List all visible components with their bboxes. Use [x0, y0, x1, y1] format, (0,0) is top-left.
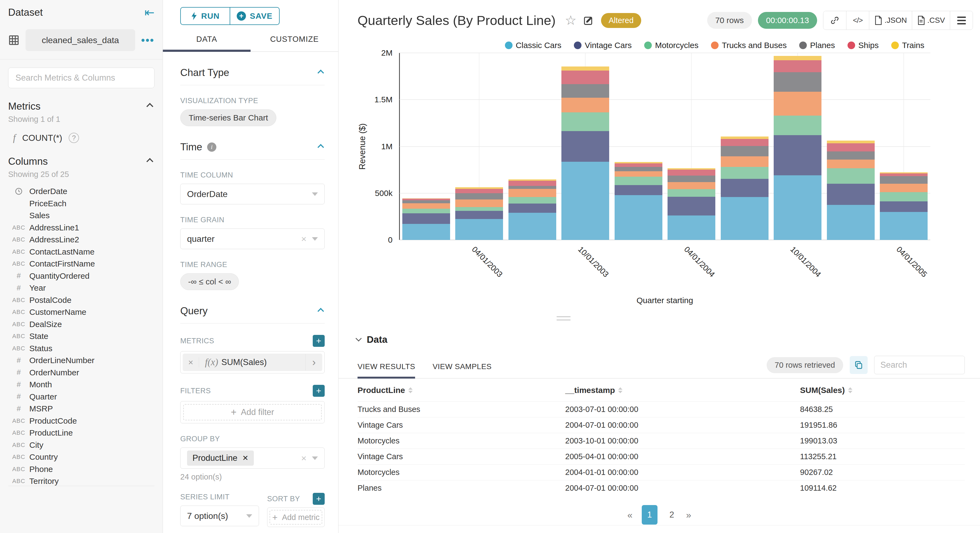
legend-item[interactable]: Classic Cars [505, 41, 562, 50]
filters-label: FILTERS [180, 387, 211, 395]
edit-title-icon[interactable] [583, 15, 594, 26]
column-item[interactable]: ABCDealSize [8, 318, 154, 331]
column-item[interactable]: ABCCity [8, 439, 154, 451]
column-item[interactable]: ABCState [8, 330, 154, 342]
legend-item[interactable]: Motorcycles [644, 41, 698, 50]
column-item[interactable]: ABCPhone [8, 463, 154, 476]
share-link-button[interactable] [823, 11, 846, 30]
column-item[interactable]: ABCPostalCode [8, 294, 154, 306]
legend-item[interactable]: Trains [891, 41, 924, 50]
tab-view-results[interactable]: VIEW RESULTS [358, 362, 415, 378]
groupby-chip[interactable]: ProductLine✕ [187, 450, 254, 466]
table-header-cell[interactable]: ProductLine [358, 386, 565, 395]
pagination-prev[interactable]: « [627, 510, 633, 520]
column-item[interactable]: ABCStatus [8, 342, 154, 355]
time-column-select[interactable]: OrderDate [180, 184, 325, 204]
pagination-page[interactable]: 1 [642, 505, 657, 525]
clock-icon [8, 187, 29, 196]
save-button[interactable]: + SAVE [230, 8, 279, 24]
column-item[interactable]: #Quarter [8, 391, 154, 403]
menu-button[interactable] [950, 11, 973, 30]
abc-icon: ABC [8, 417, 29, 425]
collapse-panel-icon[interactable]: ⇤ [145, 6, 154, 19]
column-item[interactable]: ABCProductCode [8, 415, 154, 427]
file-icon [917, 16, 925, 25]
table-header-cell[interactable]: SUM(Sales) [800, 386, 965, 395]
metric-chip[interactable]: × f(x)SUM(Sales) › [183, 353, 322, 371]
export-csv-button[interactable]: .CSV [912, 11, 950, 30]
favorite-star-icon[interactable]: ☆ [565, 14, 577, 27]
legend-item[interactable]: Trucks and Buses [711, 41, 787, 50]
data-search[interactable] [874, 356, 965, 374]
column-item[interactable]: OrderDate [8, 185, 154, 197]
time-grain-select[interactable]: quarter × [180, 229, 325, 249]
sort-icons [408, 387, 413, 393]
table-header-cell[interactable]: __timestamp [565, 386, 800, 395]
data-search-input[interactable] [880, 360, 959, 370]
clear-icon[interactable]: × [301, 453, 307, 463]
column-item[interactable]: ABCAddressLine1 [8, 222, 154, 234]
add-sort-metric-dropzone[interactable]: +Add metric [270, 510, 322, 525]
run-button[interactable]: RUN [181, 8, 230, 24]
column-item[interactable]: PriceEach [8, 197, 154, 210]
sidebar-search[interactable] [8, 68, 154, 88]
bar-segment [827, 205, 875, 240]
tab-data[interactable]: DATA [163, 35, 251, 51]
clear-icon[interactable]: × [301, 234, 307, 243]
column-item[interactable]: ABCCustomerName [8, 306, 154, 318]
chevron-up-icon[interactable] [146, 103, 153, 110]
chevron-up-icon[interactable] [146, 158, 153, 165]
add-sort-metric-button[interactable]: + [313, 493, 325, 505]
add-metric-button[interactable]: + [313, 335, 325, 347]
y-axis-tick-label: 1.5M [374, 95, 393, 104]
bar-segment [562, 131, 609, 162]
add-filter-dropzone[interactable]: +Add filter [183, 404, 322, 420]
column-item[interactable]: #OrderNumber [8, 367, 154, 379]
bar-segment [721, 179, 768, 197]
column-item[interactable]: Sales [8, 210, 154, 222]
legend-item[interactable]: Ships [848, 41, 879, 50]
dataset-name[interactable]: cleaned_sales_data [25, 29, 135, 51]
column-item[interactable]: ABCCountry [8, 451, 154, 463]
column-item[interactable]: ABCContactLastName [8, 246, 154, 258]
remove-metric-icon[interactable]: × [183, 357, 199, 368]
dataset-options-icon[interactable]: ••• [141, 35, 154, 46]
chevron-right-icon[interactable]: › [305, 354, 322, 371]
chevron-up-icon[interactable] [317, 70, 324, 76]
column-item[interactable]: ABCProductLine [8, 427, 154, 439]
groupby-select[interactable]: ProductLine✕ × [180, 447, 325, 469]
time-range-value[interactable]: -∞ ≤ col < ∞ [180, 273, 239, 290]
legend-item[interactable]: Vintage Cars [574, 41, 632, 50]
copy-data-button[interactable] [850, 356, 868, 374]
collapse-data-icon[interactable] [356, 336, 362, 342]
embed-code-button[interactable]: </> [846, 11, 869, 30]
help-icon[interactable]: ? [69, 133, 79, 143]
chevron-up-icon[interactable] [317, 144, 324, 150]
tab-view-samples[interactable]: VIEW SAMPLES [433, 362, 492, 378]
pagination-page[interactable]: 2 [667, 508, 677, 521]
bar-segment [509, 180, 556, 181]
metric-item[interactable]: f COUNT(*) ? [8, 132, 154, 143]
column-item[interactable]: #QuantityOrdered [8, 270, 154, 282]
remove-icon[interactable]: ✕ [242, 454, 248, 463]
column-item[interactable]: #MSRP [8, 403, 154, 415]
metrics-section-title: Metrics [8, 101, 40, 112]
tab-customize[interactable]: CUSTOMIZE [251, 35, 338, 51]
altered-badge[interactable]: Altered [601, 13, 641, 28]
chevron-up-icon[interactable] [317, 308, 324, 314]
add-filter-button[interactable]: + [313, 385, 325, 397]
column-item[interactable]: #Year [8, 282, 154, 294]
column-item[interactable]: ABCAddressLine2 [8, 234, 154, 246]
sidebar-search-input[interactable] [16, 73, 147, 83]
export-json-button[interactable]: .JSON [869, 11, 912, 30]
column-item[interactable]: ABCTerritory [8, 475, 154, 487]
groupby-options-hint: 24 option(s) [180, 473, 325, 481]
column-item[interactable]: #OrderLineNumber [8, 355, 154, 367]
series-limit-select[interactable]: 7 option(s) [180, 506, 259, 526]
viz-type-value[interactable]: Time-series Bar Chart [180, 109, 276, 126]
legend-item[interactable]: Planes [799, 41, 835, 50]
column-item[interactable]: ABCContactFirstName [8, 258, 154, 270]
column-item[interactable]: #Month [8, 379, 154, 391]
pagination-next[interactable]: » [686, 510, 691, 520]
panel-resize-handle[interactable] [557, 316, 571, 320]
